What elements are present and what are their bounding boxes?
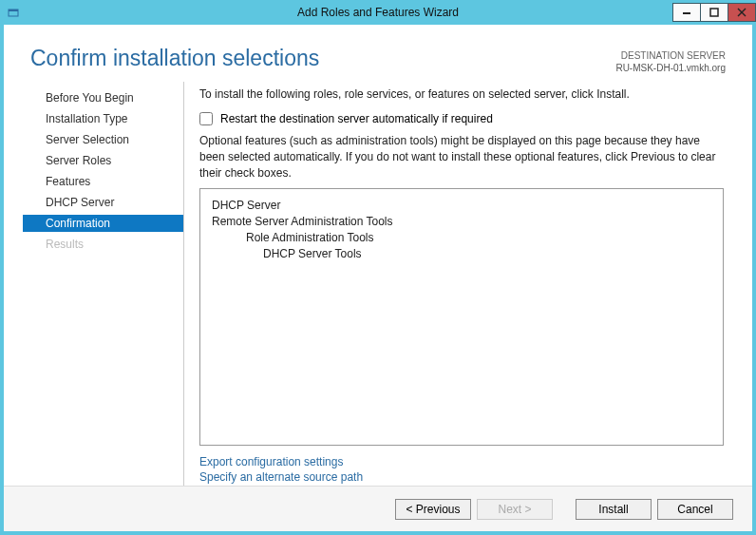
- selection-item: DHCP Server Tools: [263, 247, 711, 260]
- destination-server: DESTINATION SERVER RU-MSK-DH-01.vmkh.org: [615, 49, 726, 74]
- cancel-button[interactable]: Cancel: [657, 499, 733, 520]
- footer: < Previous Next > Install Cancel: [4, 486, 752, 531]
- destination-label: DESTINATION SERVER: [615, 49, 726, 62]
- step-results: Results: [23, 236, 183, 253]
- restart-row: Restart the destination server automatic…: [199, 112, 724, 125]
- destination-value: RU-MSK-DH-01.vmkh.org: [615, 62, 726, 74]
- step-features[interactable]: Features: [23, 173, 183, 190]
- close-button[interactable]: [728, 3, 756, 22]
- minimize-button[interactable]: [672, 3, 701, 22]
- selection-item: Role Administration Tools: [246, 231, 711, 244]
- selection-item: Remote Server Administration Tools: [212, 215, 711, 228]
- optional-text: Optional features (such as administratio…: [199, 133, 724, 181]
- selections-listbox[interactable]: DHCP Server Remote Server Administration…: [199, 188, 724, 446]
- wizard-window: Add Roles and Features Wizard Confirm in…: [0, 0, 756, 535]
- page-title: Confirm installation selections: [30, 46, 615, 71]
- step-installation-type[interactable]: Installation Type: [23, 110, 183, 127]
- step-confirmation[interactable]: Confirmation: [23, 215, 183, 232]
- step-server-selection[interactable]: Server Selection: [23, 131, 183, 148]
- svg-rect-3: [710, 9, 718, 16]
- restart-label: Restart the destination server automatic…: [220, 112, 493, 125]
- page-header: Confirm installation selections DESTINAT…: [4, 25, 752, 82]
- titlebar: Add Roles and Features Wizard: [0, 0, 756, 25]
- export-config-link[interactable]: Export configuration settings: [199, 455, 724, 468]
- step-server-roles[interactable]: Server Roles: [23, 152, 183, 169]
- svg-rect-1: [9, 10, 18, 11]
- panel-links: Export configuration settings Specify an…: [199, 455, 724, 486]
- alt-source-link[interactable]: Specify an alternate source path: [199, 470, 724, 484]
- install-button[interactable]: Install: [576, 499, 652, 520]
- intro-text: To install the following roles, role ser…: [199, 87, 724, 101]
- step-before-you-begin[interactable]: Before You Begin: [23, 89, 183, 106]
- next-button: Next >: [477, 499, 553, 520]
- panel: To install the following roles, role ser…: [184, 82, 726, 486]
- wizard-steps: Before You Begin Installation Type Serve…: [23, 82, 184, 486]
- selection-item: DHCP Server: [212, 199, 711, 212]
- main-area: Before You Begin Installation Type Serve…: [4, 82, 752, 486]
- step-dhcp-server[interactable]: DHCP Server: [23, 194, 183, 211]
- previous-button[interactable]: < Previous: [395, 499, 471, 520]
- restart-checkbox[interactable]: [199, 112, 213, 125]
- maximize-button[interactable]: [700, 3, 728, 22]
- content-frame: Confirm installation selections DESTINAT…: [4, 25, 752, 531]
- window-controls: [673, 3, 756, 22]
- app-icon: [6, 5, 21, 20]
- window-title: Add Roles and Features Wizard: [0, 6, 756, 19]
